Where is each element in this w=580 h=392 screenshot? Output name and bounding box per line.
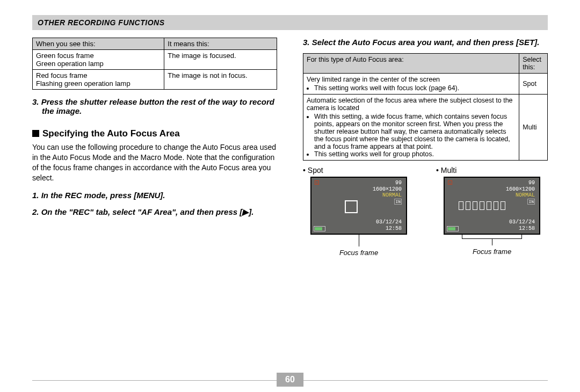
step-1: 1. In the REC mode, press [MENU]. — [32, 191, 277, 200]
focus-frame-caption: Focus frame — [339, 249, 378, 257]
td: Green focus frame Green operation lamp — [33, 50, 164, 70]
multi-label: • Multi — [436, 166, 456, 175]
td: Automatic selection of the focus area wh… — [303, 95, 519, 161]
td: Multi — [519, 95, 548, 161]
lcd-preview-spot: • 99 1600×1200 NORMAL IN 03/12/24 12:58 — [310, 177, 407, 235]
date-text: 03/12/24 — [376, 219, 402, 225]
quality-text: NORMAL — [516, 192, 535, 198]
lcd-preview-multi: • 99 1600×1200 NORMAL IN 03/12/24 12:58 — [444, 177, 540, 235]
quality-text: NORMAL — [382, 192, 402, 198]
af-heading: Specifying the Auto Focus Area — [32, 128, 277, 139]
td: Spot — [519, 74, 548, 95]
memory-icon: IN — [527, 199, 535, 205]
td: The image is focused. — [164, 50, 277, 70]
step-3-left: 3. Press the shutter release button the … — [32, 97, 277, 115]
pointer-line — [492, 239, 492, 245]
focus-frame-caption: Focus frame — [473, 248, 511, 256]
th-type: For this type of Auto Focus area: — [303, 54, 519, 74]
th-means: It means this: — [164, 38, 277, 50]
resolution-text: 1600×1200 — [373, 186, 402, 192]
remaining-shots: 99 — [395, 180, 402, 186]
th-see: When you see this: — [33, 38, 164, 50]
td: Red focus frame Flashing green operation… — [33, 70, 164, 90]
focus-frame-spot-icon — [345, 200, 358, 213]
focus-indicator-table: When you see this: It means this: Green … — [32, 38, 277, 90]
rec-icon: • — [315, 180, 319, 185]
battery-icon — [314, 226, 325, 231]
time-text: 12:58 — [519, 226, 535, 231]
af-area-table: For this type of Auto Focus area: Select… — [303, 53, 548, 161]
square-bullet-icon — [32, 130, 39, 137]
spot-label: • Spot — [303, 166, 323, 175]
time-text: 12:58 — [386, 226, 402, 231]
pointer-line — [359, 235, 359, 246]
page-number: 60 — [277, 373, 303, 387]
battery-icon — [447, 226, 459, 231]
resolution-text: 1600×1200 — [506, 186, 535, 192]
step-3-right: 3. Select the Auto Focus area you want, … — [303, 38, 548, 47]
remaining-shots: 99 — [528, 180, 535, 186]
memory-icon: IN — [394, 199, 402, 205]
td: The image is not in focus. — [164, 70, 277, 90]
date-text: 03/12/24 — [509, 219, 535, 225]
af-body: You can use the following procedure to c… — [32, 142, 277, 183]
section-banner: OTHER RECORDING FUNCTIONS — [32, 15, 548, 30]
th-select: Select this: — [519, 54, 548, 74]
td: Very limited range in the center of the … — [303, 74, 519, 95]
focus-frame-multi-icon — [459, 201, 510, 210]
step-2: 2. On the "REC" tab, select "AF Area", a… — [32, 207, 277, 217]
rec-icon: • — [448, 180, 452, 185]
